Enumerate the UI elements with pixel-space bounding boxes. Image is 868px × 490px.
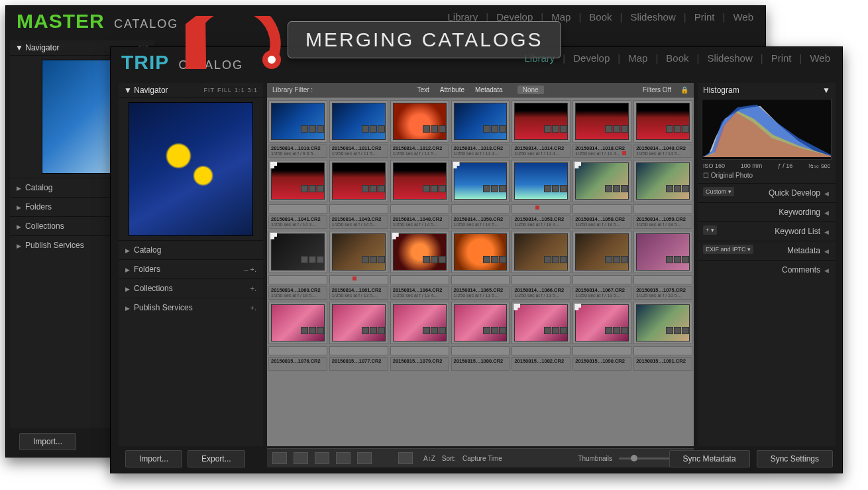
thumbnail-cell[interactable] — [451, 231, 510, 273]
thumbnail-cell[interactable] — [329, 160, 388, 202]
navigator-preview-trip[interactable] — [129, 102, 253, 236]
thumbnail-cell[interactable]: · · · · · — [633, 346, 692, 355]
thumbnail-cell[interactable]: 20150814…1014.CR21/250 sec at f / 11 4… — [512, 145, 570, 158]
thumbnail-cell[interactable]: 20150815…1090.CR2 — [572, 357, 631, 371]
module-book[interactable]: Book — [662, 52, 692, 64]
sort-az-icon[interactable]: A↕Z — [423, 455, 435, 462]
panel-publish-services[interactable]: ▶Publish Services+. — [119, 298, 263, 317]
panel-quick-develop[interactable]: Custom ▾Quick Develop◀ — [698, 183, 836, 202]
thumbnail-cell[interactable]: · · · · · — [572, 204, 631, 214]
thumbnail-cell[interactable] — [572, 302, 631, 344]
thumbnail-cell[interactable] — [268, 160, 327, 202]
thumbnail-cell[interactable]: 20150814…1050.CR21/250 sec at f / 14 5… — [451, 215, 510, 229]
thumbnail-cell[interactable] — [390, 100, 449, 143]
thumbnail-cell[interactable]: · · · · · — [329, 275, 388, 284]
thumbnail-cell[interactable]: 20150814…1067.CR21/250 sec at f / 13 5… — [572, 286, 631, 300]
thumbnail-cell[interactable]: 20150814…1011.CR21/250 sec at f / 11 5… — [329, 145, 388, 158]
thumbnail-cell[interactable]: · · · · · — [268, 275, 327, 284]
view-grid-icon[interactable] — [272, 452, 287, 464]
module-web[interactable]: Web — [806, 52, 834, 64]
thumbnail-cell[interactable] — [268, 100, 327, 143]
thumbnail-cell[interactable]: 20150815…1079.CR2 — [390, 357, 449, 371]
thumbnail-cell[interactable]: 20150814…1064.CR21/250 sec at f / 13 4… — [390, 286, 449, 300]
sync-settings-button[interactable]: Sync Settings — [757, 450, 833, 467]
thumbnail-cell[interactable]: 20150814…1043.CR21/250 sec at f / 14 5… — [329, 215, 388, 229]
thumbnail-cell[interactable]: · · · · · — [633, 275, 692, 284]
thumbnail-cell[interactable] — [633, 100, 692, 143]
thumbnail-cell[interactable] — [268, 302, 327, 344]
thumbnail-cell[interactable]: 20150815…1080.CR2 — [451, 357, 510, 371]
view-compare-icon[interactable] — [315, 452, 329, 464]
thumbnail-cell[interactable] — [451, 160, 510, 202]
export-button-trip[interactable]: Export... — [188, 450, 245, 467]
thumbnail-cell[interactable]: · · · · · — [268, 204, 327, 214]
module-book[interactable]: Book — [585, 11, 616, 23]
thumbnail-cell[interactable] — [451, 100, 510, 143]
painter-icon[interactable] — [398, 452, 413, 464]
thumbnail-cell[interactable] — [390, 302, 449, 344]
thumbnail-cell[interactable] — [390, 231, 449, 273]
thumbnail-cell[interactable]: · · · · · — [633, 204, 692, 214]
thumbnail-cell[interactable]: 20150815…1077.CR2 — [329, 357, 388, 371]
panel-metadata[interactable]: EXIF and IPTC ▾Metadata◀ — [698, 241, 836, 260]
thumbnail-cell[interactable]: 20150815…1082.CR2 — [512, 357, 570, 371]
thumbnail-cell[interactable]: 20150814…1018.CR21/250 sec at f / 11 4… — [572, 145, 631, 158]
module-slideshow[interactable]: Slideshow — [626, 11, 679, 23]
thumbnail-cell[interactable]: · · · · · — [512, 346, 570, 355]
import-button-trip[interactable]: Import... — [125, 450, 182, 467]
thumbnail-cell[interactable] — [329, 100, 388, 143]
thumbnail-cell[interactable]: · · · · · — [451, 275, 510, 284]
thumbnail-cell[interactable]: 20150815…1091.CR2 — [633, 357, 692, 371]
thumbnail-cell[interactable]: 20150814…1012.CR21/250 sec at f / 11 5… — [390, 145, 449, 158]
panel-catalog[interactable]: ▶Catalog — [119, 240, 263, 259]
thumbnail-cell[interactable]: 20150814…1013.CR21/250 sec at f / 11 4… — [451, 145, 510, 158]
panel-folders[interactable]: ▶Folders– +. — [119, 259, 263, 278]
module-print[interactable]: Print — [690, 11, 719, 23]
thumbnail-cell[interactable]: · · · · · — [390, 346, 449, 355]
thumbnail-cell[interactable]: 20150814…1048.CR21/250 sec at f / 14 5… — [390, 215, 449, 229]
thumbnail-cell[interactable] — [572, 100, 631, 143]
thumbnail-cell[interactable] — [512, 231, 570, 273]
thumbnail-cell[interactable]: · · · · · — [572, 346, 631, 355]
thumbnail-cell[interactable] — [633, 302, 692, 344]
thumbnail-cell[interactable]: 20150815…1075.CR21/125 sec at f / 10 5… — [633, 286, 692, 300]
module-slideshow[interactable]: Slideshow — [703, 52, 756, 64]
panel-collections[interactable]: ▶Collections+. — [119, 278, 263, 298]
thumbnail-cell[interactable] — [329, 302, 388, 344]
thumbnail-cell[interactable]: · · · · · — [512, 275, 570, 284]
thumbnail-cell[interactable]: 20150814…1053.CR21/250 sec at f / 18 4… — [512, 215, 570, 229]
thumbnail-cell[interactable] — [633, 231, 692, 273]
thumbnail-cell[interactable] — [572, 160, 631, 202]
thumbnail-cell[interactable] — [633, 160, 692, 202]
panel-keyword-list[interactable]: + ▾Keyword List◀ — [698, 221, 836, 241]
thumbnail-cell[interactable]: 20150814…1065.CR21/250 sec at f / 13 5… — [451, 286, 510, 300]
filter-attribute[interactable]: Attribute — [440, 86, 464, 93]
thumbnail-cell[interactable]: 20150814…1010.CR21/250 sec at f / 9.0 5… — [268, 145, 327, 158]
thumbnail-cell[interactable]: · · · · · — [390, 275, 449, 284]
original-photo-check[interactable]: ☐ Original Photo — [698, 170, 836, 183]
thumbnail-cell[interactable]: 20150814…1066.CR21/250 sec at f / 13 5… — [512, 286, 570, 300]
thumbnail-cell[interactable] — [451, 302, 510, 344]
panel-keywording[interactable]: Keywording◀ — [698, 202, 836, 221]
thumbnail-grid[interactable]: 20150814…1010.CR21/250 sec at f / 9.0 5…… — [267, 97, 694, 446]
view-loupe-icon[interactable] — [294, 452, 308, 464]
thumbnail-cell[interactable]: · · · · · — [572, 275, 631, 284]
thumbnail-cell[interactable]: 20150814…1061.CR21/250 sec at f / 13 5… — [329, 286, 388, 300]
thumbnail-cell[interactable]: · · · · · — [512, 204, 570, 214]
sort-value[interactable]: Capture Time — [462, 455, 502, 462]
thumbnail-cell[interactable] — [268, 231, 327, 273]
filter-none[interactable]: None — [517, 86, 544, 94]
thumbnail-cell[interactable]: 20150814…1041.CR21/250 sec at f / 14 3… — [268, 215, 327, 229]
thumbnail-cell[interactable]: 20150814…1059.CR21/250 sec at f / 18 5… — [633, 215, 692, 229]
thumbnail-cell[interactable] — [512, 302, 570, 344]
thumbnail-cell[interactable]: 20150814…1060.CR21/250 sec at f / 18 5… — [268, 286, 327, 300]
filters-off[interactable]: Filters Off — [643, 86, 671, 93]
thumbnail-cell[interactable]: · · · · · — [390, 204, 449, 214]
thumbnail-cell[interactable]: 20150814…1058.CR21/250 sec at f / 18 5… — [572, 215, 631, 229]
filter-text[interactable]: Text — [417, 86, 429, 93]
view-people-icon[interactable] — [357, 452, 372, 464]
sync-metadata-button[interactable]: Sync Metadata — [669, 450, 750, 467]
module-map[interactable]: Map — [624, 52, 651, 64]
thumbnail-cell[interactable] — [329, 231, 388, 273]
thumbnail-cell[interactable] — [390, 160, 449, 202]
